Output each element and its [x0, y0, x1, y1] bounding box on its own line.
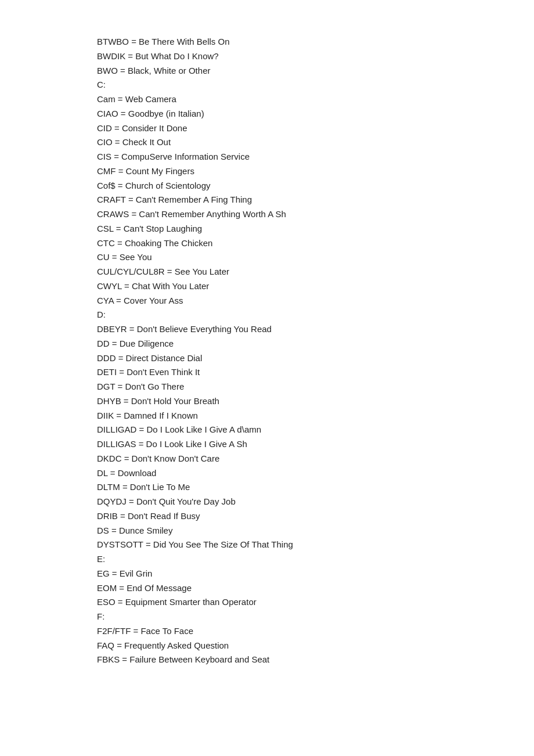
list-item: DETI = Don't Even Think It — [97, 365, 437, 380]
list-item: D: — [97, 308, 437, 322]
list-item: EG = Evil Grin — [97, 567, 437, 581]
list-item: DILLIGAS = Do I Look Like I Give A Sh — [97, 437, 437, 452]
list-item: CID = Consider It Done — [97, 121, 437, 136]
list-item: EOM = End Of Message — [97, 581, 437, 596]
list-item: DKDC = Don't Know Don't Care — [97, 452, 437, 466]
abbreviations-list: BTWBO = Be There With Bells OnBWDIK = Bu… — [97, 35, 437, 667]
list-item: CYA = Cover Your Ass — [97, 294, 437, 308]
list-item: CUL/CYL/CUL8R = See You Later — [97, 265, 437, 279]
list-item: BWDIK = But What Do I Know? — [97, 49, 437, 64]
list-item: CIS = CompuServe Information Service — [97, 150, 437, 164]
list-item: CSL = Can't Stop Laughing — [97, 222, 437, 236]
list-item: CRAFT = Can't Remember A Fing Thing — [97, 193, 437, 207]
list-item: DILLIGAD = Do I Look Like I Give A d\amn — [97, 423, 437, 437]
list-item: F2F/FTF = Face To Face — [97, 624, 437, 639]
list-item: DHYB = Don't Hold Your Breath — [97, 394, 437, 409]
list-item: DRIB = Don't Read If Busy — [97, 509, 437, 524]
list-item: C: — [97, 78, 437, 92]
list-item: E: — [97, 552, 437, 567]
list-item: CIO = Check It Out — [97, 135, 437, 150]
list-item: DDD = Direct Distance Dial — [97, 351, 437, 366]
list-item: DGT = Don't Go There — [97, 380, 437, 394]
list-item: Cof$ = Church of Scientology — [97, 179, 437, 193]
list-item: DYSTSOTT = Did You See The Size Of That … — [97, 538, 437, 552]
list-item: ESO = Equipment Smarter than Operator — [97, 595, 437, 610]
list-item: BWO = Black, White or Other — [97, 64, 437, 78]
list-item: CIAO = Goodbye (in Italian) — [97, 107, 437, 121]
list-item: Cam = Web Camera — [97, 92, 437, 107]
list-item: FBKS = Failure Between Keyboard and Seat — [97, 653, 437, 667]
list-item: CU = See You — [97, 250, 437, 265]
list-item: DLTM = Don't Lie To Me — [97, 480, 437, 495]
list-item: CMF = Count My Fingers — [97, 164, 437, 179]
list-item: FAQ = Frequently Asked Question — [97, 639, 437, 653]
list-item: DS = Dunce Smiley — [97, 524, 437, 538]
list-item: BTWBO = Be There With Bells On — [97, 35, 437, 49]
list-item: DIIK = Damned If I Known — [97, 409, 437, 423]
list-item: DD = Due Diligence — [97, 337, 437, 351]
list-item: CTC = Choaking The Chicken — [97, 236, 437, 251]
list-item: CWYL = Chat With You Later — [97, 279, 437, 294]
list-item: CRAWS = Can't Remember Anything Worth A … — [97, 207, 437, 222]
list-item: F: — [97, 610, 437, 624]
list-item: DQYDJ = Don't Quit You're Day Job — [97, 495, 437, 509]
list-item: DL = Download — [97, 466, 437, 481]
list-item: DBEYR = Don't Believe Everything You Rea… — [97, 322, 437, 337]
